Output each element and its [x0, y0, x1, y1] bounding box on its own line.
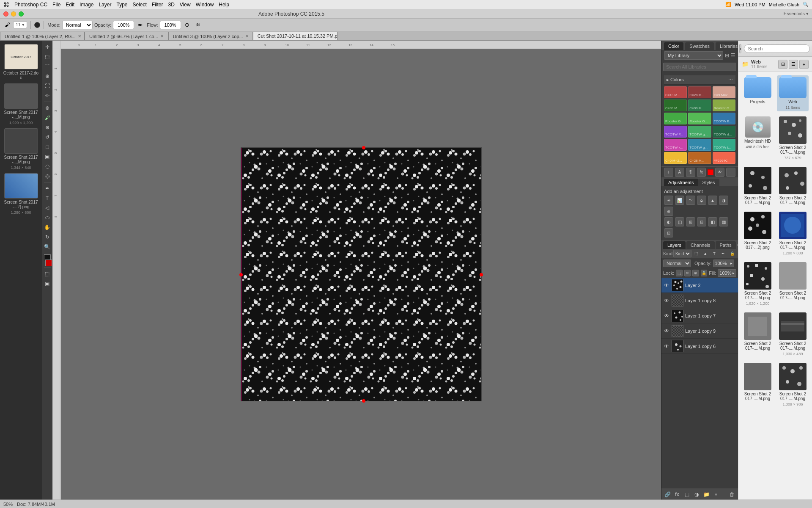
eraser-tool[interactable]: ◻ [43, 142, 52, 152]
table-row[interactable]: 👁 Layer 1 copy 7 [661, 308, 738, 323]
menu-file[interactable]: File [52, 2, 60, 8]
vibrance-adj-icon[interactable]: ▲ [708, 196, 717, 205]
lock-transparent-icon[interactable]: ⬚ [676, 270, 682, 276]
menu-edit[interactable]: Edit [66, 2, 74, 8]
color-swatch-cell[interactable]: C=13 M... [664, 86, 687, 98]
color-swatch-cell[interactable]: TCOTW g... [688, 126, 711, 138]
healing-brush-tool[interactable]: ⊗ [43, 103, 52, 113]
menu-photoshop[interactable]: Photoshop CC [14, 2, 47, 8]
list-item[interactable]: Screen Shot 2017-...2).png [742, 210, 774, 257]
finder-search-input[interactable] [744, 44, 810, 53]
menu-3d[interactable]: 3D [168, 2, 175, 8]
layer-blend-mode-select[interactable]: Normal Multiply Screen [663, 260, 691, 267]
layer-visibility-toggle[interactable]: 👁 [663, 312, 670, 319]
levels-adj-icon[interactable]: 📊 [675, 196, 684, 205]
posterize-adj-icon[interactable]: ▦ [719, 217, 728, 226]
list-item[interactable]: Screen Shot 2017-....M.png [742, 311, 774, 358]
filter-icon3[interactable]: T [710, 249, 718, 258]
finder-forward-btn[interactable]: › [739, 44, 742, 53]
menu-view[interactable]: View [180, 2, 191, 8]
pressure-icon[interactable]: ⊙ [183, 20, 192, 30]
color-swatch-cell[interactable]: #F2664C [713, 152, 735, 164]
move-tool[interactable]: ✛ [43, 42, 52, 52]
lock-brush-icon[interactable]: ✏ [684, 270, 691, 276]
list-item[interactable]: Screen Shot 2017-....M.png [777, 165, 809, 207]
crop-tool[interactable]: ⛶ [43, 81, 52, 91]
create-group-btn[interactable]: 📁 [702, 491, 710, 498]
background-color-box[interactable] [45, 260, 52, 266]
tab-close-icon[interactable]: ✕ [160, 34, 164, 39]
exposure-adj-icon[interactable]: ⬙ [697, 196, 706, 205]
filter-icon5[interactable]: 🔒 [728, 249, 736, 258]
clone-stamp-tool[interactable]: ⊕ [43, 123, 52, 132]
delete-layer-btn[interactable]: 🗑 [728, 491, 736, 498]
layer-visibility-toggle[interactable]: 👁 [663, 343, 670, 350]
table-row[interactable]: 👁 Layer 1 copy 6 [661, 339, 738, 354]
pen-tool[interactable]: ✒ [43, 184, 52, 193]
list-view-icon[interactable]: ☰ [731, 52, 735, 58]
list-item[interactable]: Screen Shot 2017-....M.png [742, 361, 774, 408]
threshold-adj-icon[interactable]: ⊡ [664, 228, 673, 237]
color-lookup-adj-icon[interactable]: ⊟ [697, 217, 706, 226]
list-item[interactable]: October 2017 October 2017-2.doc [3, 44, 40, 80]
create-adjustment-btn[interactable]: ◑ [692, 491, 701, 498]
menu-help[interactable]: Help [219, 2, 229, 8]
list-item[interactable]: Screen Shot 2017-....M.png 1,309 × 986 [777, 361, 809, 408]
table-row[interactable]: 👁 Layer 1 copy 8 [661, 293, 738, 308]
list-item[interactable]: 💿 Macintosh HD 498.8 GB free [742, 115, 774, 162]
add-mask-btn[interactable]: ⬚ [683, 491, 691, 498]
hue-sat-adj-icon[interactable]: ◑ [719, 196, 728, 205]
color-swatch-cell[interactable]: C=28 M... [688, 86, 711, 98]
table-row[interactable]: 👁 Layer 2 [661, 278, 738, 293]
tab-untitled1[interactable]: Untitled-1 @ 100% (Layer 2, RG... ✕ [0, 32, 85, 40]
list-item[interactable]: Screen Shot 2017-...2).png 1,280 × 800 [3, 173, 40, 215]
gradient-tool[interactable]: ▣ [43, 152, 52, 161]
screen-mode-icon[interactable]: ▣ [43, 279, 52, 288]
link-layers-btn[interactable]: 🔗 [663, 491, 672, 498]
brush-tool-icon[interactable]: 🖌 [3, 20, 12, 30]
tab-paths[interactable]: Paths [716, 241, 736, 249]
opacity-input[interactable] [113, 21, 134, 29]
flow-input[interactable] [160, 21, 181, 29]
fx-btn[interactable]: fx [697, 168, 706, 177]
finder-more-btn[interactable]: + [799, 60, 809, 69]
quick-select-tool[interactable]: ⊕ [43, 72, 52, 81]
tab-swatches[interactable]: Swatches [685, 42, 714, 50]
color-swatch-cell[interactable]: TCOTW t... [713, 139, 735, 151]
color-swatch-cell[interactable]: Rooster G... [664, 113, 687, 124]
tool-preset-selector[interactable]: 11 ▾ [13, 21, 27, 28]
table-row[interactable]: 👁 Layer 1 copy 9 [661, 323, 738, 339]
lock-position-icon[interactable]: ⊕ [692, 270, 699, 276]
list-item[interactable]: Screen Shot 2017-....M.png [742, 165, 774, 207]
list-item[interactable]: Screen Shot 2017-....M.png 1,030 × 489 [777, 311, 809, 358]
color-swatch-cell[interactable]: TCOTW P... [664, 126, 687, 138]
layer-visibility-toggle[interactable]: 👁 [663, 282, 670, 289]
menu-window[interactable]: Window [196, 2, 214, 8]
color-swatch-cell[interactable]: C=0 M=2... [664, 152, 687, 164]
finder-list-view-btn[interactable]: ☰ [789, 60, 798, 69]
list-item[interactable]: Screen Shot 2017-....M.png 1,920 × 1,200 [742, 260, 774, 307]
opacity-display[interactable]: 100% ▸ [713, 260, 734, 267]
color-swatch-cell[interactable]: C=99 M... [688, 99, 711, 111]
color-swatch-cell[interactable]: Rooster G... [713, 99, 735, 111]
color-swatch-cell[interactable]: C=9 M=2... [713, 86, 735, 98]
black-white-adj-icon[interactable]: ◐ [664, 217, 673, 226]
lock-all-icon[interactable]: 🔒 [701, 270, 707, 276]
tab-untitled2[interactable]: Untitled-2 @ 66.7% (Layer 1 co... ✕ [85, 32, 168, 40]
essentials-btn[interactable]: Essentials ▾ [784, 11, 809, 17]
menu-select[interactable]: Select [132, 2, 146, 8]
channel-mixer-adj-icon[interactable]: ⊞ [686, 217, 695, 226]
foreground-color[interactable] [34, 22, 40, 28]
color-swatch-cell[interactable]: TCOTW B... [713, 113, 735, 124]
minimize-button[interactable] [11, 11, 16, 17]
text-tool[interactable]: T [43, 193, 52, 203]
search-icon[interactable]: 🔍 [803, 2, 809, 7]
color-swatch-cell[interactable]: TCOTW g... [688, 139, 711, 151]
add-to-library-btn[interactable]: + [664, 168, 673, 177]
blur-tool[interactable]: ◌ [43, 162, 52, 171]
tab-channels[interactable]: Channels [686, 241, 714, 249]
list-item[interactable]: Screen Shot 2017-....M.png 737 × 679 [777, 115, 809, 162]
list-item[interactable]: Screen Shot 2017-....M.png [777, 260, 809, 307]
rect-select-tool[interactable]: ⬚ [43, 52, 52, 61]
char-style-btn[interactable]: A [675, 168, 684, 177]
